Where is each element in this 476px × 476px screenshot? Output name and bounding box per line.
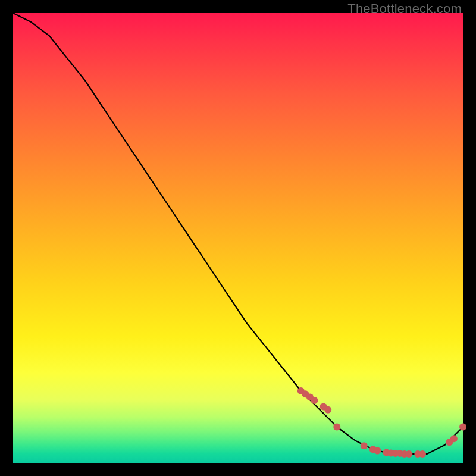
scatter-point	[333, 424, 340, 431]
chart-stage: TheBottleneck.com	[0, 0, 476, 476]
scatter-point	[450, 435, 458, 442]
curve-svg	[13, 13, 463, 463]
scatter-point	[459, 424, 466, 431]
bottleneck-curve	[13, 13, 463, 454]
plot-area	[13, 13, 463, 463]
scatter-point	[405, 450, 412, 458]
scatter-point	[361, 442, 368, 449]
scatter-point	[311, 397, 318, 404]
scatter-point	[324, 406, 331, 414]
scatter-point	[374, 447, 381, 455]
scatter-point	[419, 450, 426, 458]
